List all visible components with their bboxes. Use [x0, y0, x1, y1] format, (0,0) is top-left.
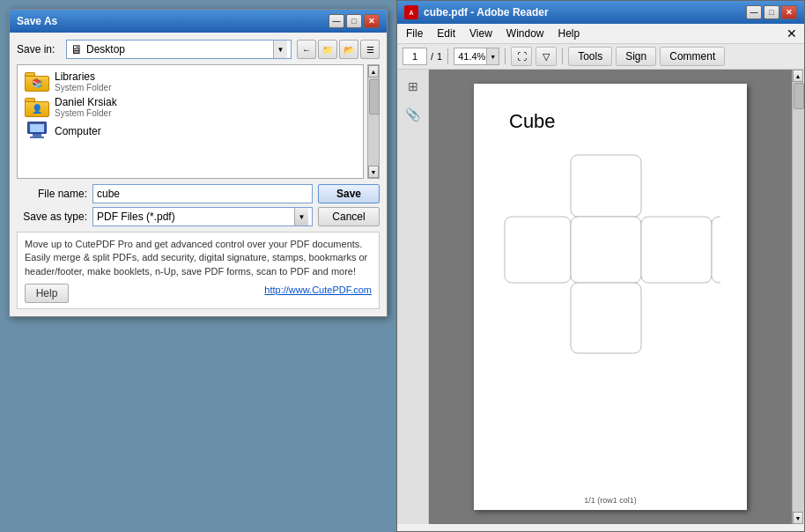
- menu-edit[interactable]: Edit: [432, 26, 461, 41]
- toolbar-separator-1: [447, 48, 448, 64]
- pdf-scroll-up[interactable]: ▲: [793, 70, 803, 82]
- pdf-app-icon: A: [404, 5, 418, 19]
- person-folder-text: Daniel Krsiak System Folder: [55, 96, 117, 118]
- menu-window[interactable]: Window: [501, 26, 550, 41]
- page-thumbnails-icon[interactable]: ⊞: [402, 75, 425, 98]
- page-separator: /: [431, 51, 433, 62]
- fit-page-button[interactable]: ⛶: [511, 47, 532, 66]
- save-type-value: PDF Files (*.pdf): [97, 211, 294, 223]
- promo-area: Move up to CutePDF Pro and get advanced …: [17, 232, 380, 309]
- dialog-title: Save As: [17, 15, 57, 27]
- person-folder-icon: 👤: [25, 98, 49, 117]
- pdf-scrollbar[interactable]: ▲ ▼: [792, 70, 804, 524]
- up-folder-button[interactable]: 📁: [318, 40, 337, 59]
- zoom-value: 41.4%: [454, 51, 486, 62]
- list-item[interactable]: 📚 Libraries System Folder: [21, 69, 359, 94]
- left-panel: ⊞ 📎: [397, 70, 429, 524]
- file-list-container: 📚 Libraries System Folder 👤: [17, 64, 380, 179]
- adobe-minimize-button[interactable]: —: [746, 5, 762, 19]
- menu-help[interactable]: Help: [553, 26, 586, 41]
- menu-bar: File Edit View Window Help ✕: [397, 24, 804, 44]
- save-type-select[interactable]: PDF Files (*.pdf) ▼: [92, 207, 313, 226]
- libraries-folder-text: Libraries System Folder: [55, 70, 111, 92]
- computer-name: Computer: [55, 125, 101, 137]
- list-item[interactable]: Computer: [21, 120, 359, 143]
- dialog-titlebar: Save As — □ ✕: [10, 10, 387, 33]
- file-name-row: File name: Save: [17, 184, 380, 203]
- menu-close-x[interactable]: ✕: [783, 26, 801, 41]
- adobe-main-area: ⊞ 📎 Cube: [397, 70, 804, 524]
- pdf-scroll-track[interactable]: [793, 82, 804, 512]
- file-nav-buttons: ← 📁 📂 ☰: [297, 40, 380, 59]
- file-name-label: File name:: [17, 188, 87, 200]
- pdf-page: Cube: [474, 84, 747, 510]
- dialog-close-button[interactable]: ✕: [364, 14, 380, 28]
- adobe-title: cube.pdf - Adobe Reader: [424, 6, 549, 18]
- person-sub: System Folder: [55, 108, 117, 118]
- pdf-content-area[interactable]: Cube: [429, 70, 792, 524]
- page-number-input[interactable]: [402, 48, 427, 65]
- menu-file[interactable]: File: [401, 26, 428, 41]
- sign-button[interactable]: Sign: [616, 47, 656, 66]
- tools-button[interactable]: Tools: [568, 47, 612, 66]
- adobe-titlebar-left: A cube.pdf - Adobe Reader: [404, 5, 549, 19]
- promo-link[interactable]: http://www.CutePDF.com: [264, 284, 372, 297]
- save-type-row: Save as type: PDF Files (*.pdf) ▼ Cancel: [17, 207, 380, 226]
- svg-rect-4: [712, 217, 720, 283]
- adobe-titlebar: A cube.pdf - Adobe Reader — □ ✕: [397, 1, 804, 24]
- zoom-dropdown-arrow[interactable]: ▼: [486, 48, 499, 64]
- back-button[interactable]: ←: [297, 40, 316, 59]
- promo-text: Move up to CutePDF Pro and get advanced …: [25, 239, 367, 277]
- file-list[interactable]: 📚 Libraries System Folder 👤: [17, 64, 364, 179]
- comment-button[interactable]: Comment: [660, 47, 725, 66]
- save-button[interactable]: Save: [318, 184, 380, 203]
- desktop-folder-icon: 🖥: [70, 42, 83, 56]
- save-in-combo[interactable]: 🖥 Desktop ▼: [66, 40, 292, 59]
- libraries-name: Libraries: [55, 70, 111, 83]
- svg-rect-1: [505, 217, 571, 283]
- svg-rect-5: [571, 283, 641, 353]
- scrollbar-track[interactable]: [368, 78, 379, 166]
- save-in-dropdown-arrow[interactable]: ▼: [273, 41, 287, 58]
- file-list-scrollbar[interactable]: ▲ ▼: [367, 64, 380, 179]
- adobe-reader-window: A cube.pdf - Adobe Reader — □ ✕ File Edi…: [396, 0, 805, 532]
- save-type-arrow[interactable]: ▼: [294, 208, 308, 225]
- adobe-toolbar: / 1 41.4% ▼ ⛶ ▽ Tools Sign Comment: [397, 44, 804, 70]
- svg-rect-2: [571, 217, 641, 283]
- attachments-icon[interactable]: 📎: [402, 103, 425, 126]
- menu-view[interactable]: View: [464, 26, 498, 41]
- save-in-value: Desktop: [86, 43, 273, 55]
- save-in-label: Save in:: [17, 43, 61, 55]
- zoom-combo[interactable]: 41.4% ▼: [454, 48, 499, 65]
- save-type-label: Save as type:: [17, 211, 87, 223]
- help-button[interactable]: Help: [25, 284, 69, 303]
- dialog-minimize-button[interactable]: —: [329, 14, 344, 28]
- pdf-scroll-down[interactable]: ▼: [793, 512, 803, 524]
- adobe-maximize-button[interactable]: □: [764, 5, 779, 19]
- page-number-bottom: 1/1 (row1 col1): [474, 496, 747, 505]
- pdf-scroll-thumb[interactable]: [794, 83, 804, 109]
- save-in-row: Save in: 🖥 Desktop ▼ ← 📁 📂 ☰: [17, 40, 380, 59]
- scrollbar-down-button[interactable]: ▼: [368, 166, 379, 178]
- promo-footer: Help http://www.CutePDF.com: [25, 278, 372, 303]
- svg-rect-0: [571, 155, 641, 217]
- cube-net-svg: [500, 151, 720, 450]
- adobe-close-button[interactable]: ✕: [781, 5, 797, 19]
- computer-folder-text: Computer: [55, 125, 101, 137]
- fit-width-button[interactable]: ▽: [535, 47, 557, 66]
- libraries-folder-icon: 📚: [25, 72, 49, 92]
- dialog-body: Save in: 🖥 Desktop ▼ ← 📁 📂 ☰: [10, 33, 387, 316]
- pdf-viewport: Cube: [429, 70, 804, 524]
- file-name-input[interactable]: [92, 184, 313, 203]
- computer-icon: [25, 122, 49, 141]
- scrollbar-up-button[interactable]: ▲: [368, 65, 379, 78]
- view-button[interactable]: ☰: [360, 40, 380, 59]
- new-folder-button[interactable]: 📂: [339, 40, 358, 59]
- adobe-titlebar-buttons: — □ ✕: [746, 5, 797, 19]
- cancel-button[interactable]: Cancel: [318, 207, 380, 226]
- pdf-document-title: Cube: [509, 110, 729, 133]
- dialog-titlebar-buttons: — □ ✕: [329, 14, 380, 28]
- toolbar-separator-2: [505, 48, 506, 64]
- dialog-maximize-button[interactable]: □: [346, 14, 362, 28]
- list-item[interactable]: 👤 Daniel Krsiak System Folder: [21, 94, 359, 120]
